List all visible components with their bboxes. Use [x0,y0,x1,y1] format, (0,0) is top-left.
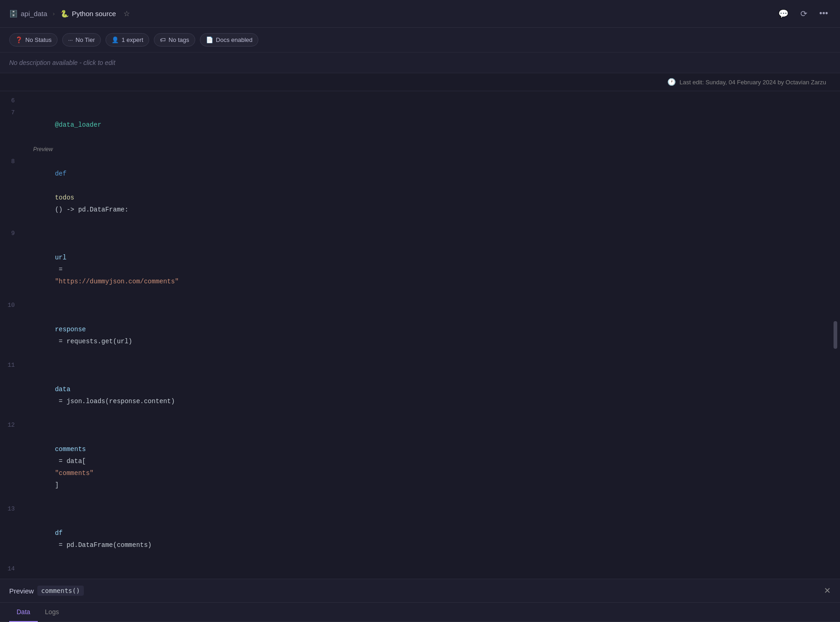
indent-12 [55,434,86,441]
code-line-12: 12 comments = data[ "comments" ] [0,419,840,503]
history-icon: ⟳ [800,9,807,18]
decorator-text: @data_loader [55,121,101,129]
breadcrumb-separator: › [53,10,55,17]
comments-var: comments [55,446,86,453]
func-name: todos [55,194,74,201]
status-pill-no-tier[interactable]: ··· No Tier [62,33,101,47]
code-line-6: 6 [0,95,840,107]
tier-icon: ··· [68,37,73,43]
python-icon: 🐍 [60,10,69,18]
docs-label: Docs enabled [216,36,253,43]
parens-8: () -> pd.DataFrame: [55,206,128,213]
df-var: df [55,529,63,537]
star-button[interactable]: ☆ [122,7,132,20]
header-bar: 🗄️ api_data › 🐍 Python source ☆ 💬 ⟳ ••• [0,0,840,28]
no-tags-label: No tags [169,36,189,43]
description-text: No description available - click to edit [9,59,115,66]
def-keyword: def [55,170,66,177]
scrollbar[interactable] [834,321,837,349]
indent-11 [55,374,86,381]
preview-header: Preview comments() ✕ [0,579,840,603]
eq-12b: ] [55,481,58,489]
breadcrumb-item[interactable]: 🗄️ api_data [9,10,47,18]
no-status-label: No Status [25,36,52,43]
indent-9 [55,242,86,249]
no-tier-label: No Tier [76,36,95,43]
indent-10 [55,314,86,321]
code-line-7: 7 @data_loader [0,107,840,143]
line-num-6: 6 [7,95,24,107]
line-num-7: 7 [7,107,24,119]
breadcrumb-label: api_data [21,10,47,18]
history-button[interactable]: ⟳ [798,7,810,21]
tab-data-label: Data [17,608,30,616]
line-content-8: def todos () -> pd.DataFrame: [24,156,833,228]
clock-icon: 🕐 [667,78,676,86]
line-num-8: 8 [7,156,24,168]
preview-label: Preview [9,587,34,595]
preview-title: Preview comments() [9,586,84,596]
question-icon: ❓ [15,36,23,43]
code-line-13: 13 df = pd.DataFrame(comments) [0,503,840,563]
url-string: "https://dummyjson.com/comments" [55,278,179,285]
line-content-10: response = requests.get(url) [24,299,833,359]
docs-icon: 📄 [206,36,213,43]
line-num-9: 9 [7,228,24,240]
expert-icon: 👤 [111,36,119,43]
preview-hint: Preview [0,143,840,156]
tab-data[interactable]: Data [9,603,38,622]
code-line-11: 11 data = json.loads(response.content) [0,359,840,419]
status-pill-no-status[interactable]: ❓ No Status [9,33,58,47]
eq-11: = json.loads(response.content) [55,398,175,405]
header-left: 🗄️ api_data › 🐍 Python source ☆ [9,7,132,20]
expert-label: 1 expert [122,36,143,43]
line-num-11: 11 [7,359,24,371]
indent-13 [55,517,86,525]
line-content-13: df = pd.DataFrame(comments) [24,503,833,563]
line-num-10: 10 [7,299,24,311]
eq-13: = pd.DataFrame(comments) [55,541,152,549]
status-pill-expert[interactable]: 👤 1 expert [105,33,149,47]
source-breadcrumb[interactable]: 🐍 Python source [60,10,116,18]
edit-info-bar: 🕐 Last edit: Sunday, 04 February 2024 by… [0,73,840,91]
eq-10: = requests.get(url) [55,338,132,345]
comments-string: "comments" [55,469,93,477]
code-line-9: 9 url = "https://dummyjson.com/comments" [0,228,840,299]
line-num-13: 13 [7,503,24,515]
status-pill-no-tags[interactable]: 🏷 No tags [154,33,195,47]
url-var: url [55,254,66,261]
tab-logs[interactable]: Logs [38,603,66,622]
code-editor[interactable]: 6 7 @data_loader Preview 8 def todos () … [0,91,840,579]
source-label: Python source [72,10,116,18]
eq-12a: = data[ [55,458,86,465]
line-content-9: url = "https://dummyjson.com/comments" [24,228,833,299]
preview-panel: Preview comments() ✕ Data Logs 3 / 4 Col… [0,579,840,622]
more-icon: ••• [819,9,828,18]
status-bar: ❓ No Status ··· No Tier 👤 1 expert 🏷 No … [0,28,840,53]
comment-icon: 💬 [778,9,788,18]
code-line-10: 10 response = requests.get(url) [0,299,840,359]
space-8 [55,182,58,189]
more-button[interactable]: ••• [817,7,831,20]
line-content-11: data = json.loads(response.content) [24,359,833,419]
preview-close-button[interactable]: ✕ [824,586,831,596]
close-icon: ✕ [824,586,831,595]
data-var: data [55,386,70,393]
response-var: response [55,326,86,333]
comment-button[interactable]: 💬 [776,7,791,21]
preview-func: comments() [37,586,83,596]
tag-icon: 🏷 [160,36,166,43]
status-pill-docs[interactable]: 📄 Docs enabled [200,33,259,47]
code-lines: 6 7 @data_loader Preview 8 def todos () … [0,91,840,579]
line-content-12: comments = data[ "comments" ] [24,419,833,503]
line-content-7: @data_loader [24,107,833,143]
tab-logs-label: Logs [45,608,59,616]
line-num-12: 12 [7,419,24,431]
database-icon: 🗄️ [9,10,18,18]
equals-9: = [55,266,66,273]
header-right: 💬 ⟳ ••• [776,7,831,21]
line-num-14: 14 [7,563,24,575]
code-line-14: 14 [0,563,840,575]
tabs-row: Data Logs [0,603,840,622]
description-bar[interactable]: No description available - click to edit [0,53,840,73]
